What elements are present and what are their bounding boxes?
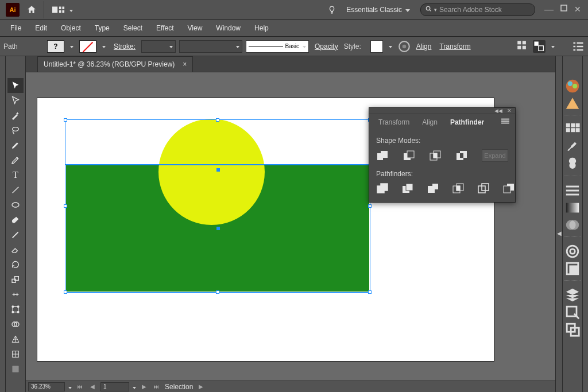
stroke-swatch-dropdown[interactable] xyxy=(100,40,108,53)
panel-tab-align[interactable]: Align xyxy=(416,115,443,129)
selection-bounding-box[interactable] xyxy=(65,119,370,293)
free-transform-tool[interactable] xyxy=(7,302,24,317)
eraser-tool[interactable] xyxy=(7,242,24,257)
window-maximize-button[interactable] xyxy=(560,5,567,15)
window-minimize-button[interactable]: — xyxy=(544,5,554,15)
opacity-panel-link[interactable]: Opacity xyxy=(312,42,341,51)
selection-handle[interactable] xyxy=(64,290,67,294)
isolate-button[interactable] xyxy=(517,40,529,53)
appearance-panel-button[interactable] xyxy=(564,243,581,259)
minus-back-button[interactable] xyxy=(502,183,515,194)
variable-width-profile-dropdown[interactable] xyxy=(179,40,242,53)
panel-flyout-menu-button[interactable] xyxy=(499,115,512,129)
panel-close-button[interactable]: ✕ xyxy=(507,108,512,114)
right-dock-collapse-gutter[interactable]: ◀ xyxy=(555,56,562,392)
divide-button[interactable] xyxy=(376,183,389,194)
menu-help[interactable]: Help xyxy=(247,21,276,36)
panel-tab-pathfinder[interactable]: Pathfinder xyxy=(444,115,490,129)
pen-tool[interactable] xyxy=(7,138,24,153)
color-panel-button[interactable] xyxy=(564,78,581,94)
gradient-tool[interactable] xyxy=(7,362,24,377)
exclude-button[interactable] xyxy=(455,150,468,161)
document-tab-close-button[interactable]: × xyxy=(183,60,187,68)
artboard-number-field[interactable]: 1 xyxy=(100,382,129,391)
trim-button[interactable] xyxy=(401,183,414,194)
window-close-button[interactable]: ✕ xyxy=(574,5,581,15)
zoom-dropdown-button[interactable] xyxy=(68,383,72,391)
zoom-level-field[interactable]: 36.23% xyxy=(28,382,65,391)
gradient-panel-button[interactable] xyxy=(564,200,581,216)
pathfinder-panel[interactable]: ◀◀ ✕ Transform Align Pathfinder Shape Mo… xyxy=(369,107,516,203)
workspace-switcher[interactable]: Essentials Classic xyxy=(341,6,416,14)
selection-center-handle[interactable] xyxy=(216,227,220,230)
brush-definition-dropdown[interactable]: Basic xyxy=(246,40,309,53)
hint-button[interactable] xyxy=(323,1,341,18)
type-tool[interactable]: T xyxy=(7,168,24,183)
status-play-button[interactable]: ▶ xyxy=(196,383,206,390)
stroke-panel-link[interactable]: Stroke: xyxy=(111,42,138,51)
crop-button[interactable] xyxy=(452,183,465,194)
selection-handle[interactable] xyxy=(368,290,372,294)
asset-export-panel-button[interactable] xyxy=(564,304,581,320)
lasso-tool[interactable] xyxy=(7,123,24,138)
swatches-panel-button[interactable] xyxy=(564,122,581,138)
last-artboard-button[interactable]: ⏭ xyxy=(152,383,161,390)
control-bar-menu-button[interactable] xyxy=(572,40,585,53)
graphic-styles-panel-button[interactable] xyxy=(564,261,581,277)
fill-swatch-dropdown[interactable] xyxy=(68,40,76,53)
ellipse-tool[interactable] xyxy=(7,197,24,212)
symbols-panel-button[interactable] xyxy=(564,156,581,172)
menu-object[interactable]: Object xyxy=(54,21,88,36)
selection-handle[interactable] xyxy=(64,118,67,122)
rotate-tool[interactable] xyxy=(7,257,24,272)
selection-tool[interactable] xyxy=(7,78,24,93)
next-artboard-button[interactable]: ▶ xyxy=(140,383,149,390)
stroke-weight-field[interactable] xyxy=(141,40,176,53)
transparency-panel-button[interactable] xyxy=(564,217,581,233)
document-tab[interactable]: Untitled-1* @ 36.23% (RGB/GPU Preview) × xyxy=(37,56,193,72)
layers-panel-button[interactable] xyxy=(564,287,581,303)
merge-button[interactable] xyxy=(427,183,439,194)
intersect-button[interactable] xyxy=(429,150,442,161)
panel-collapse-button[interactable]: ◀◀ xyxy=(494,108,502,114)
selection-handle[interactable] xyxy=(368,204,372,208)
menu-window[interactable]: Window xyxy=(209,21,247,36)
edit-clip-button[interactable] xyxy=(533,40,546,53)
minus-front-button[interactable] xyxy=(403,150,415,161)
transform-panel-link[interactable]: Transform xyxy=(437,42,473,51)
selection-handle[interactable] xyxy=(216,118,219,122)
menu-view[interactable]: View xyxy=(181,21,210,36)
prev-artboard-button[interactable]: ◀ xyxy=(88,383,97,390)
selection-handle[interactable] xyxy=(64,204,67,208)
shape-builder-tool[interactable] xyxy=(7,317,24,332)
menu-type[interactable]: Type xyxy=(88,21,117,36)
arrange-documents-dropdown[interactable] xyxy=(48,2,78,17)
fill-swatch[interactable] xyxy=(47,40,64,53)
menu-select[interactable]: Select xyxy=(117,21,149,36)
stroke-panel-button[interactable] xyxy=(564,183,581,199)
perspective-grid-tool[interactable] xyxy=(7,332,24,347)
unite-button[interactable] xyxy=(376,150,389,161)
direct-selection-tool[interactable] xyxy=(7,93,24,108)
outline-button[interactable] xyxy=(477,183,490,194)
menu-edit[interactable]: Edit xyxy=(28,21,54,36)
left-dock-gutter[interactable] xyxy=(0,56,6,392)
selection-center-handle[interactable] xyxy=(216,168,220,172)
artboards-panel-button[interactable] xyxy=(564,321,581,337)
scale-tool[interactable] xyxy=(7,272,24,287)
pencil-tool[interactable] xyxy=(7,227,24,242)
stock-search-field[interactable]: ▾ Search Adobe Stock xyxy=(420,3,535,16)
artboard-dropdown-button[interactable] xyxy=(133,383,136,391)
menu-file[interactable]: File xyxy=(3,21,28,36)
selection-handle[interactable] xyxy=(216,290,219,294)
width-tool[interactable] xyxy=(7,287,24,302)
graphic-style-dropdown[interactable] xyxy=(386,40,394,53)
recolor-artwork-button[interactable] xyxy=(398,40,411,53)
panel-tab-transform[interactable]: Transform xyxy=(373,115,415,129)
home-button[interactable] xyxy=(23,1,40,18)
line-segment-tool[interactable] xyxy=(7,183,24,197)
graphic-style-swatch[interactable] xyxy=(370,40,383,53)
align-panel-link[interactable]: Align xyxy=(414,42,434,51)
first-artboard-button[interactable]: ⏮ xyxy=(75,383,84,390)
magic-wand-tool[interactable] xyxy=(7,108,24,123)
